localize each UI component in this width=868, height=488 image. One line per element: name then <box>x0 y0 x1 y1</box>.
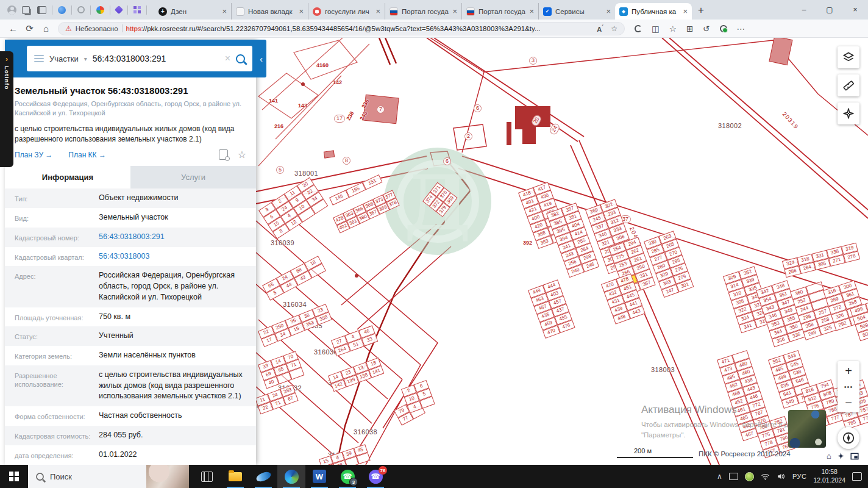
copilot-icon[interactable] <box>635 25 642 32</box>
tab-information[interactable]: Информация <box>5 166 130 188</box>
search-icon[interactable] <box>236 54 245 63</box>
bookmark-star-icon[interactable]: ☆ <box>238 150 246 160</box>
address-bar[interactable]: ⚠ Небезопасно https://pkk.rosreestr.ru/#… <box>58 22 625 35</box>
start-button[interactable] <box>0 465 28 488</box>
info-row-value-link[interactable]: 56:43:0318003:291 <box>99 232 246 243</box>
zoom-options-button[interactable]: ••• <box>838 381 859 393</box>
tab-services[interactable]: Услуги <box>130 166 256 188</box>
panel-collapse-button[interactable]: ‹ <box>256 40 266 77</box>
plan-kk-link[interactable]: План КК → <box>68 151 106 159</box>
extension-gray-icon[interactable] <box>77 6 85 13</box>
language-indicator[interactable]: РУС <box>792 473 807 480</box>
browser-tab[interactable]: Портал госуда× <box>461 3 538 20</box>
clock[interactable]: 10:58 12.01.2024 <box>813 468 845 484</box>
browser-tab[interactable]: ◆Публичная ка× <box>615 3 692 20</box>
zoom-in-button[interactable]: + <box>838 361 859 381</box>
collections-icon[interactable]: ⊞ <box>686 24 693 34</box>
measure-button[interactable] <box>838 74 859 96</box>
pkk-favicon-icon: ◆ <box>619 7 628 16</box>
favorite-star-icon[interactable]: ☆ <box>611 24 617 33</box>
favorites-bar-icon[interactable]: ☆ <box>669 24 677 34</box>
tab-close-icon[interactable]: × <box>299 7 304 16</box>
map-viewport[interactable]: Д 31800131800231800331603931603331603431… <box>0 38 868 465</box>
fullscreen-icon[interactable] <box>850 453 859 460</box>
expand-arrow-icon: › <box>5 56 8 63</box>
vertical-tabs-icon[interactable] <box>37 6 46 14</box>
tab-close-icon[interactable]: × <box>375 7 380 16</box>
home-map-icon[interactable]: ⌂ <box>827 451 831 461</box>
tray-antivirus-icon[interactable] <box>745 472 754 481</box>
search-input[interactable]: 56:43:0318003:291 <box>93 54 219 63</box>
extension-blue-icon[interactable] <box>58 6 66 14</box>
tab-groups-icon[interactable] <box>22 6 30 14</box>
profile-icon[interactable] <box>7 5 16 15</box>
extension-color-icon[interactable] <box>96 6 104 14</box>
parcel-cell[interactable]: 151 <box>362 174 382 190</box>
taskbar-search[interactable]: Поиск <box>28 465 189 488</box>
taskbar-app-edge[interactable] <box>277 465 305 488</box>
parcel-attributes-table: Тип:Объект недвижимостиВид:Земельный уча… <box>5 188 256 464</box>
taskbar-app-word[interactable]: W <box>305 465 333 488</box>
read-aloud-icon[interactable]: A <box>597 24 603 33</box>
identify-point-button[interactable] <box>838 102 859 124</box>
browser-tab[interactable]: Портал госуда× <box>385 3 461 20</box>
action-center-icon[interactable] <box>852 472 862 481</box>
browser-tab[interactable]: госуслуги лич× <box>308 3 385 20</box>
info-row-value-link[interactable]: 56:43:0318003 <box>99 251 246 262</box>
browser-tab[interactable]: ✓Сервисы× <box>538 3 615 20</box>
parcel-cluster: 324318331338319286264305271278 <box>782 243 860 278</box>
window-maximize-button[interactable]: ▢ <box>817 1 842 20</box>
tab-close-icon[interactable]: × <box>683 7 688 16</box>
info-row-value: с целью строительства индивидуальных жил… <box>99 370 246 402</box>
settings-more-icon[interactable]: ⋯ <box>737 24 745 34</box>
browser-tab-strip: +Дзен×Новая вкладк×госуслуги лич×Портал … <box>0 0 868 20</box>
wifi-icon[interactable] <box>761 473 770 480</box>
back-button[interactable]: ← <box>5 23 21 34</box>
tab-close-icon[interactable]: × <box>529 7 534 16</box>
search-category-dropdown[interactable]: Участки <box>49 54 79 63</box>
lotinfo-extension-handle[interactable]: › LotInfo <box>0 51 13 167</box>
volume-icon[interactable] <box>777 473 786 480</box>
parcel-number-label: 216 <box>274 123 283 129</box>
history-icon[interactable]: ↺ <box>703 24 710 34</box>
taskbar-app-whatsapp[interactable]: ☎3 <box>333 465 361 488</box>
layers-button[interactable] <box>838 46 859 68</box>
zoom-out-button[interactable]: − <box>838 393 859 412</box>
divider <box>127 5 128 15</box>
satellite-layer-thumbnail[interactable] <box>788 410 826 448</box>
tab-close-icon[interactable]: × <box>606 7 611 16</box>
window-minimize-button[interactable]: – <box>791 1 817 20</box>
page-url[interactable]: https://pkk.rosreestr.ru/#/search/51.223… <box>126 25 541 32</box>
parcel-title: Земельный участок 56:43:0318003:291 <box>5 77 256 96</box>
tab-close-icon[interactable]: × <box>452 7 457 16</box>
clear-search-icon[interactable]: × <box>225 53 230 64</box>
taskbar-app-photos[interactable] <box>249 465 277 488</box>
compass-star-icon[interactable] <box>837 452 845 460</box>
split-screen-icon[interactable]: ◫ <box>652 24 660 34</box>
extension-diamond-icon[interactable] <box>115 5 123 14</box>
refresh-button[interactable]: ⟳ <box>21 23 38 34</box>
taskbar-app-viber[interactable]: ☎76 <box>361 465 390 488</box>
new-tab-button[interactable]: + <box>698 5 704 15</box>
info-row-label: Кадастровый номер: <box>15 232 99 243</box>
rewards-icon[interactable] <box>720 25 727 32</box>
tray-display-icon[interactable] <box>729 473 738 480</box>
plan-zu-link[interactable]: План ЗУ → <box>15 151 52 159</box>
search-highlight-image[interactable] <box>146 465 189 488</box>
tab-close-icon[interactable]: × <box>222 7 227 16</box>
task-view-icon[interactable] <box>201 472 213 482</box>
document-search-icon[interactable] <box>219 149 228 160</box>
home-button[interactable]: ⌂ <box>38 23 54 34</box>
locate-me-button[interactable] <box>838 427 859 449</box>
search-box[interactable]: Участки ▾ 56:43:0318003:291 × <box>27 46 252 71</box>
tray-expand-icon[interactable]: ∧ <box>717 472 722 481</box>
taskbar-search-placeholder: Поиск <box>50 472 72 481</box>
window-close-button[interactable]: × <box>842 1 868 20</box>
parcel-number-label: 20 <box>530 113 542 127</box>
extension-grid-icon[interactable] <box>133 6 141 13</box>
browser-tab[interactable]: +Дзен× <box>154 3 231 20</box>
taskbar-app-file-explorer[interactable] <box>221 465 249 488</box>
menu-icon[interactable] <box>34 55 44 62</box>
browser-tab[interactable]: Новая вкладк× <box>231 3 308 20</box>
tab-title: Дзен <box>171 8 218 15</box>
